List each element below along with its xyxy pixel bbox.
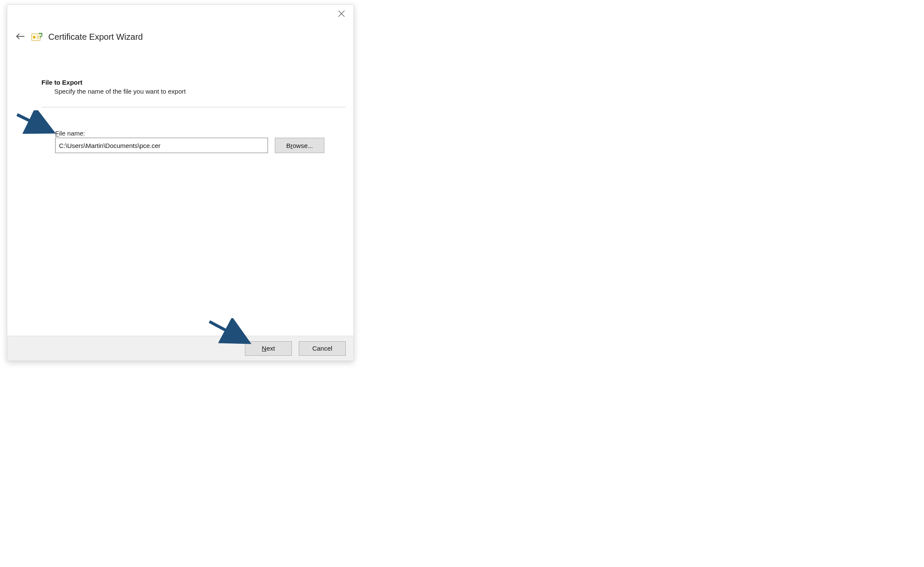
back-arrow-icon — [16, 32, 25, 43]
wizard-header: Certificate Export Wizard — [7, 24, 353, 42]
close-button[interactable] — [334, 8, 349, 21]
certificate-icon — [31, 32, 42, 42]
browse-button[interactable]: Browse... — [275, 138, 324, 153]
next-rest: ext — [266, 345, 275, 352]
svg-point-4 — [33, 36, 35, 38]
dialog-titlebar — [7, 5, 353, 24]
next-button[interactable]: Next — [245, 341, 292, 356]
next-accel: N — [262, 345, 267, 352]
file-name-field-block: File name: Browse... — [55, 130, 340, 153]
wizard-title: Certificate Export Wizard — [48, 32, 143, 42]
cancel-button[interactable]: Cancel — [299, 341, 346, 356]
file-name-label: File name: — [55, 130, 340, 137]
browse-rest: owse... — [293, 142, 313, 149]
certificate-export-wizard-dialog: Certificate Export Wizard File to Export… — [7, 4, 354, 361]
back-button[interactable] — [16, 32, 25, 42]
wizard-content: File to Export Specify the name of the f… — [7, 42, 353, 153]
file-name-row: Browse... — [55, 138, 340, 153]
close-icon — [338, 10, 345, 19]
section-title: File to Export — [41, 79, 340, 86]
file-name-label-accel: F — [55, 130, 59, 137]
dialog-footer: Next Cancel — [7, 336, 353, 360]
file-name-label-rest: ile name: — [59, 130, 85, 137]
file-name-input[interactable] — [55, 138, 268, 153]
browse-prefix: B — [286, 142, 291, 149]
section-description: Specify the name of the file you want to… — [54, 88, 340, 95]
section-divider — [41, 107, 346, 107]
